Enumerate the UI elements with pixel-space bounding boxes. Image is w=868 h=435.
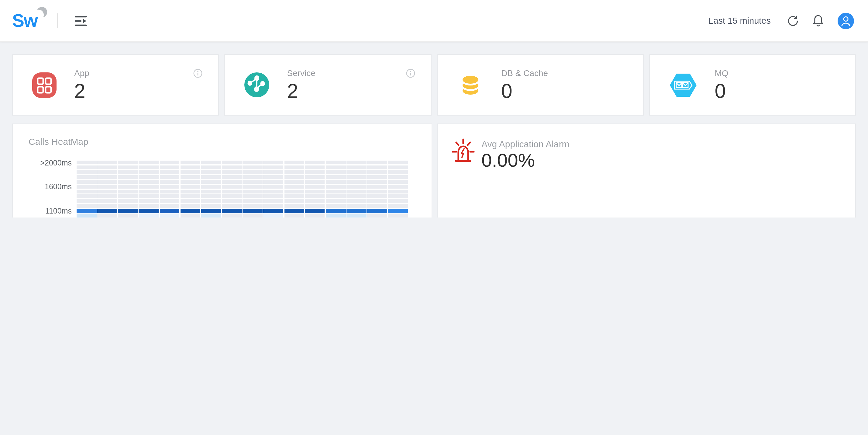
heatmap-cell: [222, 204, 242, 208]
heatmap-cell: [326, 161, 346, 165]
heatmap-cell: [346, 180, 366, 184]
heatmap-cell: [326, 209, 346, 213]
heatmap-cell: [346, 175, 366, 179]
heatmap-cell: [305, 204, 324, 208]
heatmap-cell: [367, 213, 387, 218]
heatmap-cell: [222, 180, 242, 184]
heatmap-cell: [222, 166, 242, 169]
heatmap-cell: [367, 190, 387, 194]
app-grid-icon: [32, 72, 57, 98]
heatmap-cell: [367, 185, 387, 188]
heatmap-cell: [181, 213, 200, 218]
heatmap-cell: [118, 185, 138, 188]
heatmap-cell: [97, 185, 117, 188]
heatmap-cell: [346, 161, 366, 165]
heatmap-cell: [284, 204, 304, 208]
refresh-icon: [787, 15, 799, 26]
heatmap-cell: [243, 161, 262, 165]
heatmap-cell: [201, 194, 221, 198]
heatmap-cell: [76, 190, 96, 194]
heatmap-cell: [139, 209, 159, 213]
heatmap-cell: [76, 185, 96, 188]
heatmap-cell: [388, 180, 408, 184]
heatmap-cell: [388, 194, 408, 198]
heatmap-cell: [284, 175, 304, 179]
heatmap-cell: [160, 213, 179, 218]
heatmap-cell: [284, 161, 304, 165]
heatmap-cell: [388, 170, 408, 174]
heatmap-cell: [326, 199, 346, 203]
heatmap-cell: [97, 175, 117, 179]
heatmap-cell: [243, 185, 262, 188]
heatmap-cell: [181, 161, 200, 165]
nav-divider: [57, 13, 58, 28]
alarm-siren-icon: [452, 138, 475, 170]
stat-text: Service 2: [287, 68, 315, 102]
heatmap-cell: [284, 170, 304, 174]
heatmap-cell: [367, 161, 387, 165]
heatmap-cell: [305, 185, 324, 188]
heatmap-cell: [222, 209, 242, 213]
heatmap-cell: [160, 190, 179, 194]
heatmap-cell: [118, 166, 138, 169]
heatmap-cell: [305, 161, 324, 165]
app-info-button[interactable]: [194, 69, 203, 78]
heatmap-cell: [243, 175, 262, 179]
heatmap-cell: [160, 180, 179, 184]
heatmap-cell: [201, 161, 221, 165]
heatmap-cell: [160, 161, 179, 165]
stat-label: MQ: [715, 68, 728, 78]
user-avatar[interactable]: [838, 12, 854, 29]
heatmap-cell: [118, 180, 138, 184]
skywalking-logo[interactable]: Sw: [12, 8, 49, 33]
heatmap-cell: [264, 190, 283, 194]
heatmap-cell: [181, 209, 200, 213]
mq-hexagon-icon: [669, 72, 697, 98]
heatmap-cell: [160, 199, 179, 203]
heatmap-cell: [388, 204, 408, 208]
heatmap-cell: [243, 170, 262, 174]
heatmap-chart: >2000ms1600ms1100ms600ms100ms 07:15:0007…: [76, 161, 408, 218]
heatmap-cell: [264, 213, 283, 218]
heatmap-cell: [222, 185, 242, 188]
collapse-menu-icon: [75, 16, 87, 26]
heatmap-cell: [326, 204, 346, 208]
refresh-button[interactable]: [787, 15, 799, 26]
collapse-menu-button[interactable]: [75, 16, 87, 26]
service-info-button[interactable]: [406, 69, 415, 78]
heatmap-cell: [160, 170, 179, 174]
heatmap-y-label: 1100ms: [23, 207, 72, 215]
heatmap-cell: [181, 194, 200, 198]
heatmap-cell: [243, 199, 262, 203]
heatmap-cell: [76, 204, 96, 208]
heatmap-cell: [264, 194, 283, 198]
heatmap-cell: [76, 209, 96, 213]
stat-card-db-cache: DB & Cache 0: [437, 54, 644, 116]
heatmap-cell: [243, 190, 262, 194]
heatmap-cell: [201, 170, 221, 174]
heatmap-cell: [326, 185, 346, 188]
heatmap-cell: [139, 166, 159, 169]
top-navbar: Sw Last 15 minutes: [0, 0, 868, 42]
heatmap-cell: [284, 185, 304, 188]
charts-row: Calls HeatMap >2000ms1600ms1100ms600ms10…: [12, 123, 856, 218]
heatmap-cell: [388, 166, 408, 169]
stat-text: MQ 0: [715, 68, 728, 102]
heatmap-cell: [326, 213, 346, 218]
heatmap-cell: [222, 213, 242, 218]
skywalking-dashboard: Sw Last 15 minutes: [0, 0, 868, 218]
heatmap-cell: [139, 170, 159, 174]
heatmap-cell: [181, 190, 200, 194]
heatmap-cell: [97, 204, 117, 208]
heatmap-cell: [367, 175, 387, 179]
heatmap-cell: [305, 190, 324, 194]
heatmap-cell: [264, 180, 283, 184]
stat-card-mq: MQ 0: [649, 54, 856, 116]
user-icon: [838, 12, 854, 29]
alarm-value: 0.00%: [482, 150, 535, 172]
time-range-selector[interactable]: Last 15 minutes: [708, 16, 771, 26]
navbar-right: Last 15 minutes: [708, 12, 854, 29]
alarm-title: Avg Application Alarm: [482, 139, 569, 149]
heatmap-cell: [284, 166, 304, 169]
notifications-button[interactable]: [813, 14, 824, 27]
